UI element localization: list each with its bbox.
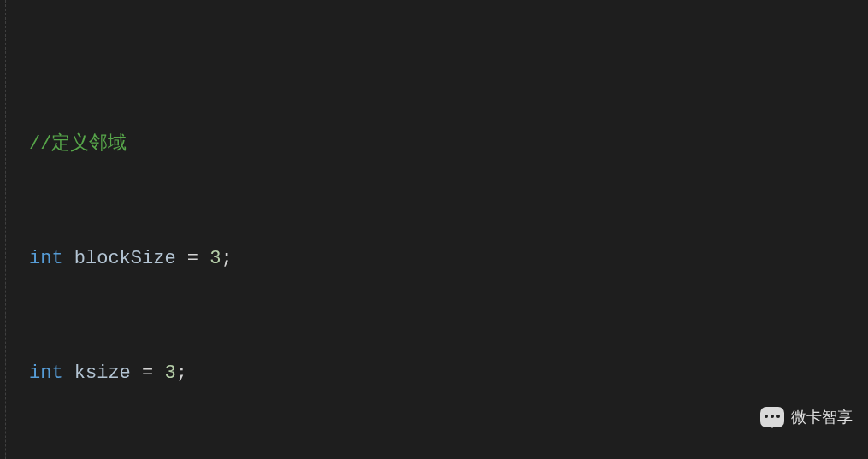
semicolon: ;: [176, 362, 187, 384]
identifier: blockSize: [74, 248, 176, 269]
operator: =: [131, 362, 165, 384]
space: [63, 248, 74, 269]
code-editor[interactable]: //定义邻域 int blockSize = 3; int ksize = 3;…: [0, 0, 868, 459]
watermark-text: 微卡智享: [791, 403, 853, 433]
number-literal: 3: [164, 362, 175, 384]
comment: //定义邻域: [29, 133, 127, 155]
indent-guide: [5, 0, 6, 459]
semicolon: ;: [221, 248, 232, 269]
operator: =: [176, 248, 210, 269]
number-literal: 3: [210, 248, 221, 269]
wechat-icon: [760, 407, 784, 427]
keyword-int: int: [29, 362, 63, 384]
space: [63, 362, 74, 384]
identifier: ksize: [74, 362, 131, 384]
keyword-int: int: [29, 248, 63, 269]
watermark: 微卡智享: [760, 403, 853, 433]
